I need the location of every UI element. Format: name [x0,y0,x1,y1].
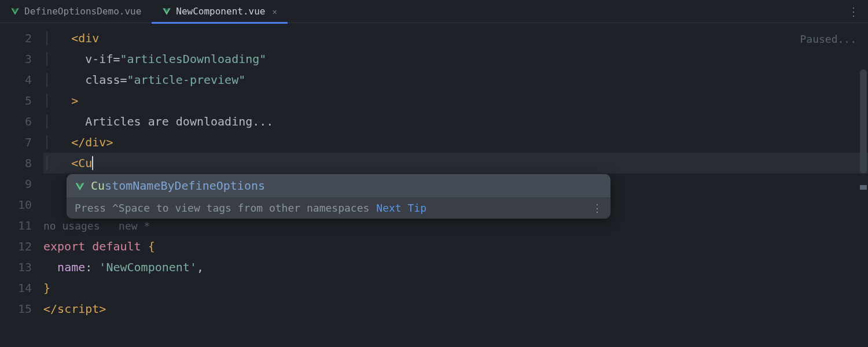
tab-label: DefineOptionsDemo.vue [24,6,141,17]
code-line: │ > [43,90,868,111]
autocomplete-item[interactable]: CustomNameByDefineOptions [67,174,610,197]
status-text: Paused... [800,29,856,50]
vue-icon [162,8,171,16]
line-number: 14 [0,278,32,298]
code-line: │ v-if="articlesDownloading" [43,49,868,69]
vue-icon [75,181,85,190]
line-number: 13 [0,257,32,278]
scrollbar[interactable] [860,69,867,174]
autocomplete-hint: Press ^Space to view tags from other nam… [75,202,369,214]
vue-icon [10,8,20,16]
next-tip-link[interactable]: Next Tip [376,202,426,214]
tab-bar: DefineOptionsDemo.vue NewComponent.vue ✕… [0,0,868,23]
code-line: export default { [43,236,868,257]
line-number: 7 [0,132,32,153]
code-line: │ </div> [43,132,868,153]
gutter: 2 3 4 5 6 7 8 9 10 11 12 13 14 15 [0,23,43,347]
autocomplete-footer: Press ^Space to view tags from other nam… [67,197,610,219]
code-line: } [43,278,868,298]
tab-define-options-demo[interactable]: DefineOptionsDemo.vue [0,0,152,23]
autocomplete-popup: CustomNameByDefineOptions Press ^Space t… [67,174,610,219]
line-number: 10 [0,194,32,215]
kebab-menu-icon[interactable]: ⋮ [848,5,859,19]
line-number: 4 [0,69,32,90]
text-cursor [92,156,93,170]
line-number: 11 [0,215,32,236]
code-line [43,319,868,340]
line-number: 5 [0,90,32,111]
line-number: 12 [0,236,32,257]
line-number: 3 [0,49,32,69]
close-icon[interactable]: ✕ [272,7,277,16]
line-number: 8 [0,153,32,174]
code-line: </script> [43,298,868,319]
code-line: name: 'NewComponent', [43,257,868,278]
line-number: 6 [0,111,32,132]
code-line: │ class="article-preview" [43,69,868,90]
code-line: │ Articles are downloading... [43,111,868,132]
scrollbar-mark [860,185,867,190]
kebab-menu-icon[interactable]: ⋮ [592,202,602,214]
suggestion-text: CustomNameByDefineOptions [91,179,265,193]
tab-new-component[interactable]: NewComponent.vue ✕ [152,0,288,23]
line-number: 15 [0,298,32,319]
code-line-current: │ <Cu [43,153,868,174]
line-number: 9 [0,174,32,194]
tab-label: NewComponent.vue [176,6,265,17]
code-line: │ <div [43,28,868,49]
line-number: 2 [0,28,32,49]
